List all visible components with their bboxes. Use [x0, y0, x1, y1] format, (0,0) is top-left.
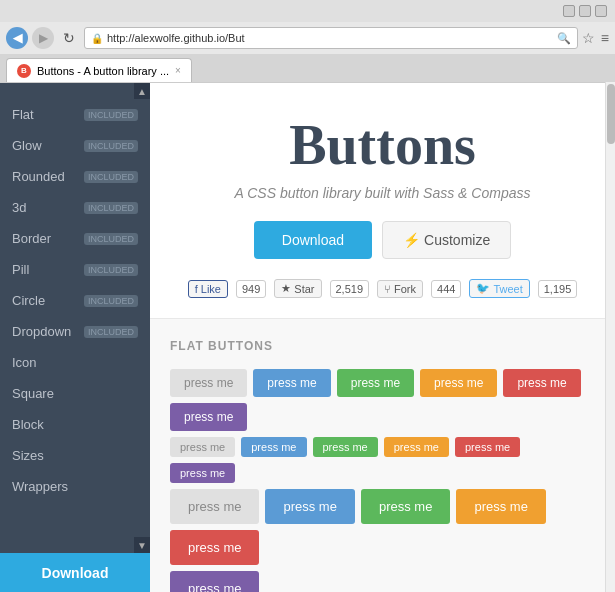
flat-btn-blue-lg[interactable]: press me	[265, 489, 354, 524]
address-bar[interactable]: 🔒 http://alexwolfe.github.io/But 🔍	[84, 27, 578, 49]
fb-icon: f	[195, 283, 198, 295]
tweet-count: 1,195	[538, 280, 578, 298]
flat-btn-purple-lg[interactable]: press me	[170, 571, 259, 592]
flat-btn-gray-lg[interactable]: press me	[170, 489, 259, 524]
button-row-2b: press me	[170, 463, 595, 483]
github-fork-button[interactable]: ⑂ Fork	[377, 280, 423, 298]
tab-buttons[interactable]: B Buttons - A button library ... ×	[6, 58, 192, 82]
flat-btn-green-sm[interactable]: press me	[313, 437, 378, 457]
hero-title: Buttons	[170, 113, 595, 177]
flat-btn-gray-1[interactable]: press me	[170, 369, 247, 397]
sidebar-item-pill[interactable]: Pill INCLUDED	[0, 254, 150, 285]
sidebar-item-circle[interactable]: Circle INCLUDED	[0, 285, 150, 316]
sidebar-item-label: Icon	[12, 355, 37, 370]
customize-label: Customize	[424, 232, 490, 248]
fb-count: 949	[236, 280, 266, 298]
address-search-icon: 🔍	[557, 32, 571, 45]
sidebar-item-3d[interactable]: 3d INCLUDED	[0, 192, 150, 223]
tweet-label: Tweet	[493, 283, 522, 295]
flat-btn-red-lg[interactable]: press me	[170, 530, 259, 565]
sidebar-item-block[interactable]: Block	[0, 409, 150, 440]
scrollbar-thumb	[607, 84, 615, 144]
star-count: 2,519	[330, 280, 370, 298]
flat-btn-purple-sm[interactable]: press me	[170, 463, 235, 483]
social-bar: f Like 949 ★ Star 2,519 ⑂ Fork 444 🐦 Twe…	[170, 279, 595, 298]
flat-btn-orange-lg[interactable]: press me	[456, 489, 545, 524]
flat-section-title: FLAT BUTTONS	[170, 339, 595, 353]
lock-icon: 🔒	[91, 33, 103, 44]
browser-scrollbar[interactable]	[605, 83, 615, 592]
sidebar-badge-dropdown: INCLUDED	[84, 326, 138, 338]
address-text: http://alexwolfe.github.io/But	[107, 32, 245, 44]
button-row-1b: press me	[170, 403, 595, 431]
facebook-like-button[interactable]: f Like	[188, 280, 228, 298]
sidebar-item-label: Flat	[12, 107, 34, 122]
sidebar-badge-flat: INCLUDED	[84, 109, 138, 121]
sidebar-badge-3d: INCLUDED	[84, 202, 138, 214]
forward-button[interactable]: ▶	[32, 27, 54, 49]
sidebar-item-label: Wrappers	[12, 479, 68, 494]
sidebar-item-glow[interactable]: Glow INCLUDED	[0, 130, 150, 161]
close-button[interactable]	[595, 5, 607, 17]
sidebar-item-border[interactable]: Border INCLUDED	[0, 223, 150, 254]
minimize-button[interactable]	[563, 5, 575, 17]
flat-btn-blue-1[interactable]: press me	[253, 369, 330, 397]
twitter-tweet-button[interactable]: 🐦 Tweet	[469, 279, 529, 298]
main-layout: ▲ Flat INCLUDED Glow INCLUDED Rounded IN…	[0, 83, 615, 592]
sidebar-item-label: Rounded	[12, 169, 65, 184]
sidebar-badge-pill: INCLUDED	[84, 264, 138, 276]
flat-btn-red-sm[interactable]: press me	[455, 437, 520, 457]
flat-btn-orange-sm[interactable]: press me	[384, 437, 449, 457]
sidebar-item-wrappers[interactable]: Wrappers	[0, 471, 150, 502]
hero-subtitle: A CSS button library built with Sass & C…	[170, 185, 595, 201]
flat-btn-gray-sm[interactable]: press me	[170, 437, 235, 457]
flat-btn-blue-sm[interactable]: press me	[241, 437, 306, 457]
flat-buttons-section: FLAT BUTTONS press me press me press me …	[150, 319, 615, 592]
tab-label: Buttons - A button library ...	[37, 65, 169, 77]
flat-btn-green-1[interactable]: press me	[337, 369, 414, 397]
sidebar-item-flat[interactable]: Flat INCLUDED	[0, 99, 150, 130]
sidebar-badge-circle: INCLUDED	[84, 295, 138, 307]
button-row-3b: press me	[170, 571, 595, 592]
back-button[interactable]: ◀	[6, 27, 28, 49]
tab-favicon: B	[17, 64, 31, 78]
sidebar-badge-glow: INCLUDED	[84, 140, 138, 152]
hero-download-button[interactable]: Download	[254, 221, 372, 259]
sidebar-item-label: Block	[12, 417, 44, 432]
github-star-button[interactable]: ★ Star	[274, 279, 321, 298]
sidebar-item-icon[interactable]: Icon	[0, 347, 150, 378]
sidebar-item-label: Border	[12, 231, 51, 246]
sidebar-item-label: Sizes	[12, 448, 44, 463]
star-icon: ★	[281, 282, 291, 295]
sidebar-item-label: Pill	[12, 262, 29, 277]
sidebar-download-button[interactable]: Download	[0, 553, 150, 592]
sidebar-scroll-up[interactable]: ▲	[134, 83, 150, 99]
tabs-bar: B Buttons - A button library ... ×	[0, 54, 615, 82]
sidebar-item-label: Glow	[12, 138, 42, 153]
flat-btn-green-lg[interactable]: press me	[361, 489, 450, 524]
sidebar-item-label: Square	[12, 386, 54, 401]
hero-actions: Download ⚡ Customize	[170, 221, 595, 259]
sidebar-scroll-down[interactable]: ▼	[134, 537, 150, 553]
sidebar-item-dropdown[interactable]: Dropdown INCLUDED	[0, 316, 150, 347]
sidebar-item-square[interactable]: Square	[0, 378, 150, 409]
refresh-button[interactable]: ↻	[58, 27, 80, 49]
star-label: Star	[294, 283, 314, 295]
sidebar-item-sizes[interactable]: Sizes	[0, 440, 150, 471]
tab-close-icon[interactable]: ×	[175, 65, 181, 76]
sidebar-item-rounded[interactable]: Rounded INCLUDED	[0, 161, 150, 192]
flat-btn-purple-1[interactable]: press me	[170, 403, 247, 431]
star-icon[interactable]: ☆	[582, 30, 595, 46]
sidebar-item-label: Dropdown	[12, 324, 71, 339]
flat-btn-orange-1[interactable]: press me	[420, 369, 497, 397]
fork-icon: ⑂	[384, 283, 391, 295]
title-bar-controls	[563, 5, 607, 17]
fb-like-label: Like	[201, 283, 221, 295]
title-bar	[0, 0, 615, 22]
menu-icon[interactable]: ≡	[601, 30, 609, 46]
maximize-button[interactable]	[579, 5, 591, 17]
hero-customize-button[interactable]: ⚡ Customize	[382, 221, 511, 259]
hero-section: Buttons A CSS button library built with …	[150, 83, 615, 319]
button-row-2: press me press me press me press me pres…	[170, 437, 595, 457]
flat-btn-red-1[interactable]: press me	[503, 369, 580, 397]
